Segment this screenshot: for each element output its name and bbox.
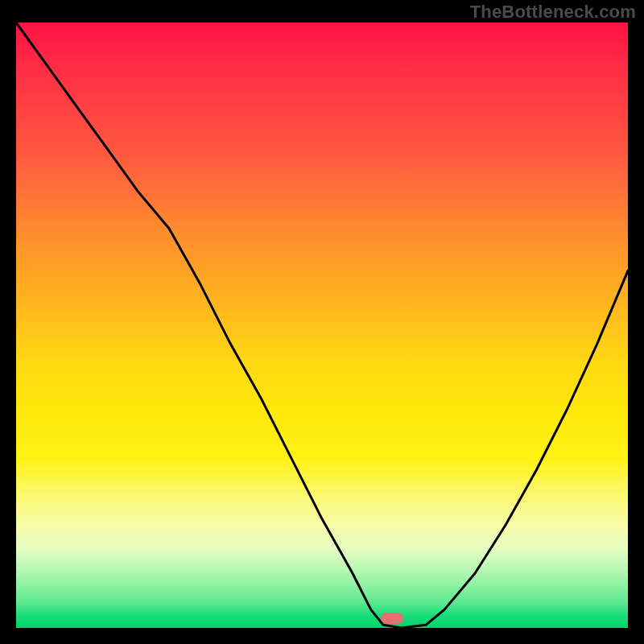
plot-area [16,23,628,628]
chart-container: TheBottleneck.com [0,0,644,644]
bottleneck-curve [16,23,628,628]
watermark-text: TheBottleneck.com [470,2,636,23]
optimum-marker [381,613,403,624]
curve-path [16,23,628,628]
